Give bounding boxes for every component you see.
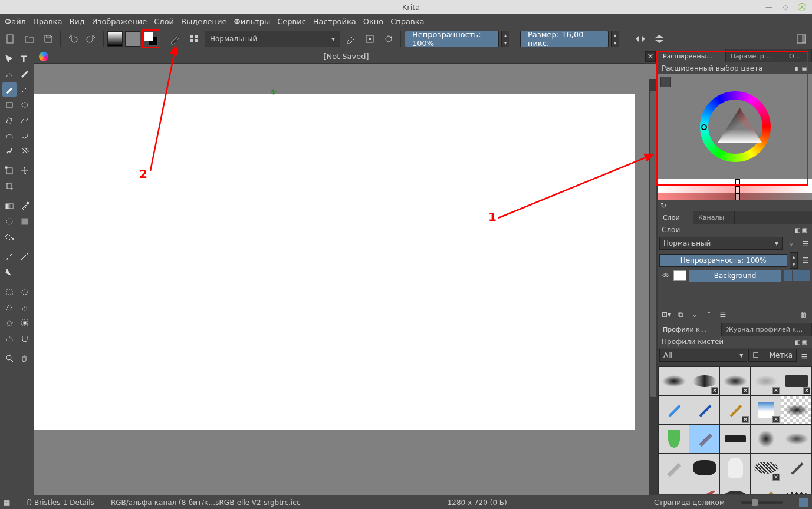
menu-edit[interactable]: Правка [33,17,62,26]
tool-color-picker[interactable] [18,199,32,213]
delete-layer-button[interactable]: 🗑 [798,309,810,320]
canvas-viewport[interactable]: ✵ [34,64,658,498]
brush-preset[interactable]: ✕ [659,482,689,494]
layer-down-button[interactable]: ⌄ [689,309,701,320]
brush-view-mode-button[interactable]: ☰ [798,349,811,365]
duplicate-layer-button[interactable]: ⧉ [675,309,686,320]
tool-select-ellipse[interactable] [18,285,32,299]
mirror-v-button[interactable] [651,31,668,47]
brush-preset-button[interactable] [167,31,183,47]
tool-measure[interactable] [18,250,32,264]
layers-panel-menu-icon[interactable]: ◧▣ [795,227,808,233]
redo-button[interactable] [83,31,100,47]
refresh-icon[interactable]: ↻ [660,201,666,210]
brush-filter-all-select[interactable]: All▾ [659,349,747,362]
tool-move-layer[interactable] [18,164,32,178]
brush-preset[interactable]: ✕ [689,482,719,494]
menu-window[interactable]: Окно [363,17,384,26]
brush-preset[interactable] [689,454,719,482]
tool-line[interactable] [18,82,32,97]
tool-zoom[interactable] [2,351,17,365]
brush-preset[interactable] [781,396,811,424]
tool-select-magnetic[interactable] [18,331,32,345]
zoom-mode-label[interactable]: Страница целиком [654,498,725,507]
menu-image[interactable]: Изображение [92,17,147,26]
menu-view[interactable]: Вид [69,17,84,26]
opacity-spinner[interactable]: ▲▼ [501,31,509,47]
tool-fill[interactable] [2,230,17,244]
menu-filters[interactable]: Фильтры [234,17,270,26]
opacity-display[interactable]: Непрозрачность: 100% [405,31,499,47]
layer-visibility-icon[interactable]: 👁 [660,270,671,281]
layer-name-label[interactable]: Background [689,270,781,282]
brush-preset[interactable] [659,425,689,453]
status-selection-icon[interactable]: ▦ [4,498,10,507]
layer-opacity-display[interactable]: Непрозрачность: 100% [659,254,787,267]
layer-row[interactable]: 👁 Background [658,269,812,283]
fg-bg-color-swatch[interactable] [143,31,159,47]
brush-preset[interactable] [659,396,689,424]
tool-move[interactable] [2,52,17,66]
brush-preset[interactable] [689,396,719,424]
menu-help[interactable]: Справка [390,17,424,26]
tool-select-free[interactable] [18,300,32,315]
tool-rect[interactable] [2,98,17,112]
tab-channels[interactable]: Каналы [693,211,735,224]
tool-freehand-path[interactable] [18,128,32,143]
layer-opts-button[interactable]: ☰ [799,252,812,269]
layer-blend-select[interactable]: Нормальный▾ [659,237,783,250]
tool-polygon[interactable] [2,113,17,127]
tab-brush-presets[interactable]: Профили к… [658,323,722,336]
tool-gradient[interactable] [2,199,17,213]
undo-button[interactable] [64,31,81,47]
size-display[interactable]: Размер: 16,00 пикс. [520,31,609,47]
layer-thumb-size-button[interactable]: ☰ [799,236,812,252]
tool-bezier[interactable] [2,128,17,143]
tool-edit-shape[interactable] [2,67,17,81]
tab-brush-history[interactable]: Журнал профилей к… [722,323,812,336]
brush-preset[interactable]: ✕ [720,482,750,494]
layer-opacity-spinner[interactable]: ▲▼ [790,252,798,269]
alpha-lock-button[interactable] [361,31,378,47]
tool-select-poly[interactable] [2,300,17,315]
size-spinner[interactable]: ▲▼ [611,31,619,47]
layer-flags[interactable] [784,270,810,281]
tool-select-bezier[interactable] [2,331,17,345]
layer-filter-button[interactable]: ▿ [785,236,798,252]
close-window-icon[interactable]: ✕ [798,3,806,11]
brush-preset[interactable]: ✕ [751,454,781,482]
eraser-toggle[interactable] [343,31,359,47]
brush-editor-button[interactable] [186,31,202,47]
brush-preset[interactable] [659,367,689,395]
workspace-button[interactable] [793,31,810,47]
tool-select-contiguous[interactable] [2,316,17,330]
tool-polyline[interactable] [18,113,32,127]
canvas[interactable] [34,94,635,430]
tool-multibrush[interactable] [18,144,32,158]
close-document-button[interactable]: ✕ [645,51,656,62]
tool-ellipse[interactable] [18,98,32,112]
brush-preset[interactable]: ✕ [781,367,811,395]
brush-preset[interactable]: ✕ [720,396,750,424]
save-doc-button[interactable] [40,31,57,47]
tool-assistant[interactable] [2,250,17,264]
brush-preset[interactable]: ✕ [720,367,750,395]
brush-preset[interactable] [751,425,781,453]
open-doc-button[interactable] [21,31,38,47]
brush-preset[interactable] [720,454,750,482]
brush-panel-menu-icon[interactable]: ◧▣ [795,339,808,345]
brush-preset[interactable]: ✕ [751,367,781,395]
tool-smart-fill[interactable] [18,214,32,229]
brush-preset[interactable] [781,454,811,482]
tool-pan[interactable] [18,351,32,365]
minimize-icon[interactable]: — [765,3,773,11]
tool-select-similar[interactable] [18,316,32,330]
brush-preset[interactable] [659,454,689,482]
mirror-h-button[interactable] [632,31,649,47]
brush-preset[interactable] [781,482,811,494]
tool-pattern-fill[interactable] [2,214,17,229]
menu-select[interactable]: Выделение [181,17,226,26]
menu-file[interactable]: Файл [5,17,26,26]
menu-settings[interactable]: Настройка [313,17,356,26]
pattern-swatch[interactable] [125,31,140,47]
